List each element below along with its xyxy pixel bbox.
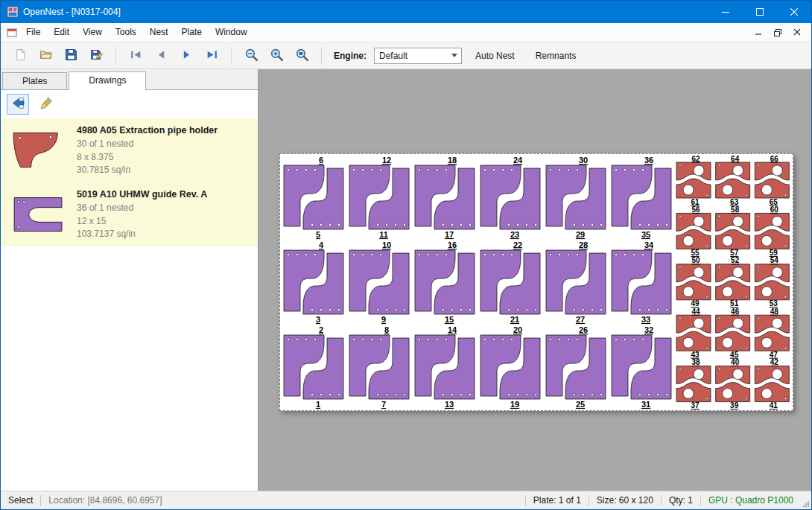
maximize-button[interactable] xyxy=(743,1,777,23)
app-window: OpenNest - [N0317-004] FileEditViewTools… xyxy=(0,0,812,510)
menu-view[interactable]: View xyxy=(76,23,109,42)
purple-part-pair[interactable]: 2827 xyxy=(546,240,606,324)
purple-part-pair[interactable]: 1615 xyxy=(415,240,475,324)
mdi-close-button[interactable] xyxy=(789,25,805,40)
part-number-label: 13 xyxy=(445,400,454,409)
purple-part-pair[interactable]: 2423 xyxy=(480,156,540,239)
plate-sheet[interactable]: 6512111817242330293635431091615222128273… xyxy=(279,153,793,411)
last-plate-button[interactable] xyxy=(200,45,223,66)
part-number-label: 17 xyxy=(445,230,454,239)
part-number-label: 56 xyxy=(691,205,700,214)
menu-file[interactable]: File xyxy=(19,23,47,42)
red-part-pair[interactable]: 4039 xyxy=(716,358,750,409)
part-number-label: 38 xyxy=(691,358,700,366)
status-mode: Select xyxy=(1,495,40,506)
mdi-window-controls xyxy=(750,25,811,40)
purple-part-thumbnail-svg xyxy=(9,192,67,237)
part-number-label: 28 xyxy=(579,240,588,249)
purple-part-pair[interactable]: 3635 xyxy=(612,156,671,239)
part-number-label: 48 xyxy=(770,307,779,316)
purple-part-pair[interactable]: 3029 xyxy=(546,156,606,239)
part-number-label: 9 xyxy=(381,315,386,324)
auto-nest-button[interactable]: Auto Nest xyxy=(468,47,522,65)
part-number-label: 33 xyxy=(641,315,650,324)
purple-part-pair[interactable]: 3433 xyxy=(612,240,671,324)
purple-part-pair[interactable]: 2221 xyxy=(480,240,540,324)
tab-plates[interactable]: Plates xyxy=(2,72,67,89)
red-part-pair[interactable]: 6059 xyxy=(755,205,789,257)
mdi-restore-button[interactable] xyxy=(770,25,786,40)
main-toolbar: Engine: Default Auto Nest Remnants xyxy=(1,42,811,69)
open-folder-icon xyxy=(39,48,52,63)
purple-part-pair[interactable]: 87 xyxy=(349,325,409,409)
status-size: Size: 60 x 120 xyxy=(589,495,661,506)
first-icon xyxy=(130,48,142,63)
zoom-in-button[interactable] xyxy=(264,45,288,66)
purple-part-pair[interactable]: 1817 xyxy=(415,156,475,239)
arrow-left-icon xyxy=(11,96,25,112)
purple-part-pair[interactable]: 1211 xyxy=(349,156,409,239)
drawing-list-item[interactable]: 4980 A05 Extraction pipe holder30 of 1 n… xyxy=(1,118,258,182)
purple-part-pair[interactable]: 65 xyxy=(284,156,343,239)
purple-part-pair[interactable]: 3231 xyxy=(612,325,671,409)
part-thumbnail xyxy=(1,118,75,182)
menu-edit[interactable]: Edit xyxy=(47,23,76,42)
red-part-pair[interactable]: 5251 xyxy=(716,256,750,307)
purple-part-pair[interactable]: 2019 xyxy=(480,325,540,409)
red-part-pair[interactable]: 4847 xyxy=(755,307,789,359)
part-number-label: 6 xyxy=(319,156,323,165)
save-as-button[interactable] xyxy=(84,45,108,66)
red-part-pair[interactable]: 4241 xyxy=(755,358,789,409)
red-part-pair[interactable]: 6463 xyxy=(716,155,750,206)
save-button[interactable] xyxy=(59,45,83,66)
red-part-pair[interactable]: 4443 xyxy=(676,307,711,359)
zoom-fit-button[interactable] xyxy=(290,45,314,66)
first-plate-button[interactable] xyxy=(124,45,148,66)
purple-part-pair[interactable]: 1413 xyxy=(415,325,475,409)
purple-part-pair[interactable]: 2625 xyxy=(546,325,606,409)
engine-select[interactable]: Default xyxy=(374,48,462,64)
red-part-pair[interactable]: 3837 xyxy=(676,358,711,409)
purple-part-pair[interactable]: 109 xyxy=(349,240,409,324)
part-number-label: 60 xyxy=(770,205,779,214)
minimize-button[interactable] xyxy=(708,1,743,23)
remnants-button[interactable]: Remnants xyxy=(528,47,584,65)
new-file-button[interactable] xyxy=(8,45,32,66)
red-part-pair[interactable]: 5655 xyxy=(676,205,711,257)
last-icon xyxy=(206,48,218,63)
drawing-list: 4980 A05 Extraction pipe holder30 of 1 n… xyxy=(1,118,258,491)
purple-part-pair[interactable]: 21 xyxy=(284,325,343,409)
menu-nest[interactable]: Nest xyxy=(143,23,175,42)
clean-drawings-button[interactable] xyxy=(35,94,57,115)
menu-tools[interactable]: Tools xyxy=(109,23,143,42)
close-button[interactable] xyxy=(777,1,811,23)
titlebar: OpenNest - [N0317-004] xyxy=(1,1,811,23)
menu-plate[interactable]: Plate xyxy=(175,23,209,42)
resize-grip[interactable] xyxy=(801,491,811,509)
import-drawing-button[interactable] xyxy=(7,94,29,115)
menu-window[interactable]: Window xyxy=(209,23,254,42)
window-title: OpenNest - [N0317-004] xyxy=(23,7,708,17)
red-part-pair[interactable]: 5049 xyxy=(676,256,711,307)
part-number-label: 44 xyxy=(691,307,700,316)
part-number-label: 63 xyxy=(730,198,739,206)
drawing-nested-count: 30 of 1 nested xyxy=(77,138,255,151)
red-part-pair[interactable]: 5857 xyxy=(716,205,750,257)
previous-plate-button[interactable] xyxy=(149,45,173,66)
red-part-pair[interactable]: 6261 xyxy=(676,155,711,206)
mdi-minimize-button[interactable] xyxy=(750,25,767,40)
tab-drawings[interactable]: Drawings xyxy=(69,71,146,90)
red-part-pair[interactable]: 5453 xyxy=(755,256,789,307)
open-file-button[interactable] xyxy=(34,45,57,66)
next-plate-button[interactable] xyxy=(174,45,198,66)
drawing-list-item[interactable]: 5019 A10 UHMW guide Rev. A36 of 1 nested… xyxy=(1,182,258,246)
part-number-label: 36 xyxy=(644,156,653,165)
zoom-out-button[interactable] xyxy=(239,45,263,66)
red-part-pair[interactable]: 4645 xyxy=(716,307,750,359)
save-as-icon xyxy=(90,48,103,63)
purple-part-pair[interactable]: 43 xyxy=(284,240,343,324)
menu-items: FileEditViewToolsNestPlateWindow xyxy=(19,23,254,42)
nest-canvas[interactable]: 6512111817242330293635431091615222128273… xyxy=(258,69,811,491)
mdi-child-icon[interactable] xyxy=(7,28,17,38)
red-part-pair[interactable]: 6665 xyxy=(755,155,789,206)
